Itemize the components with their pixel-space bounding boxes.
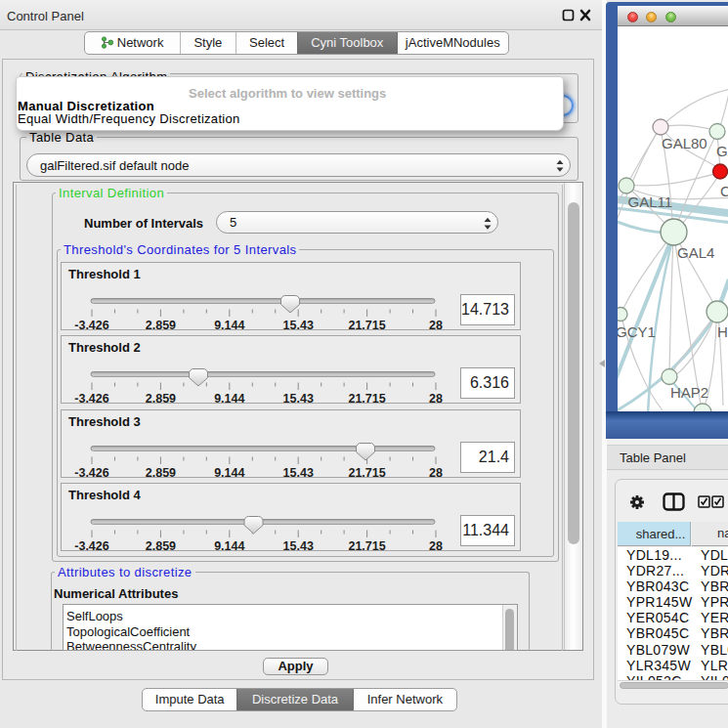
svg-text:9.144: 9.144 <box>214 392 244 406</box>
svg-text:15.43: 15.43 <box>283 466 314 480</box>
svg-text:28: 28 <box>429 392 443 406</box>
svg-text:15.43: 15.43 <box>283 539 314 553</box>
svg-text:-3.426: -3.426 <box>74 466 108 480</box>
svg-text:15.43: 15.43 <box>283 392 314 406</box>
svg-text:9.144: 9.144 <box>214 539 244 553</box>
svg-text:21.715: 21.715 <box>348 539 385 553</box>
svg-text:-3.426: -3.426 <box>74 392 108 406</box>
svg-text:2.859: 2.859 <box>146 319 176 332</box>
svg-text:-3.426: -3.426 <box>74 539 108 553</box>
svg-text:9.144: 9.144 <box>214 319 244 332</box>
svg-text:28: 28 <box>429 539 443 553</box>
svg-text:GAL80: GAL80 <box>662 135 707 151</box>
svg-text:GCY1: GCY1 <box>618 323 656 340</box>
svg-text:9.144: 9.144 <box>214 466 244 480</box>
svg-text:28: 28 <box>429 319 443 332</box>
svg-text:GA: GA <box>716 143 728 159</box>
svg-text:2.859: 2.859 <box>146 392 176 406</box>
svg-text:21.715: 21.715 <box>348 319 385 332</box>
svg-text:15.43: 15.43 <box>283 319 314 332</box>
svg-text:C: C <box>720 183 728 199</box>
svg-text:21.715: 21.715 <box>348 392 385 406</box>
svg-text:2.859: 2.859 <box>146 539 176 553</box>
svg-text:HAP2: HAP2 <box>670 384 708 401</box>
svg-text:H: H <box>717 323 728 340</box>
svg-text:GAL4: GAL4 <box>677 244 714 261</box>
svg-text:-3.426: -3.426 <box>74 319 108 332</box>
svg-text:21.715: 21.715 <box>348 466 385 480</box>
svg-text:GAL11: GAL11 <box>628 193 673 210</box>
svg-text:2.859: 2.859 <box>146 466 176 480</box>
svg-text:28: 28 <box>429 466 443 480</box>
